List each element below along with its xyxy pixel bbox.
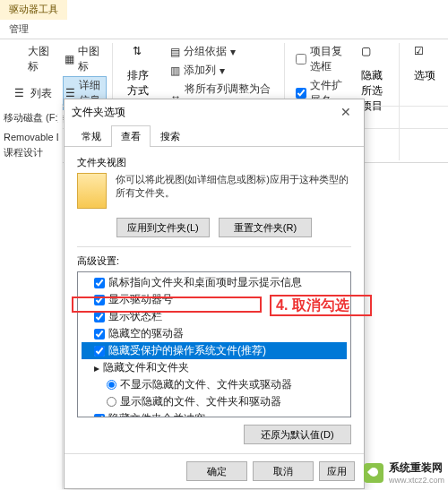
checkbox[interactable]: [296, 54, 306, 64]
checkbox-item-boxes[interactable]: 项目复选框: [294, 43, 346, 75]
advanced-item[interactable]: 隐藏文件夹合并冲突: [82, 410, 347, 417]
advanced-item[interactable]: 隐藏空的驱动器: [82, 325, 347, 342]
advanced-item-label: 隐藏文件和文件夹: [103, 360, 189, 375]
sort-label: 排序方式: [127, 68, 159, 99]
chevron-down-icon: ▾: [220, 64, 225, 77]
nav-item[interactable]: 课程设计: [4, 144, 58, 161]
watermark-logo-icon: [364, 463, 383, 483]
group-icon: ▤: [170, 46, 180, 58]
folder-views-heading: 文件夹视图: [77, 156, 351, 169]
advanced-item-label: 显示驱动器号: [108, 292, 173, 307]
advanced-item-label: 显示隐藏的文件、文件夹和驱动器: [120, 394, 281, 409]
nav-pane: 移动磁盘 (F:) Removable Dis 课程设计: [0, 104, 63, 489]
radio[interactable]: [107, 397, 116, 407]
watermark: 系统重装网 www.xtcz2.com: [364, 460, 444, 485]
close-icon[interactable]: ✕: [335, 103, 357, 121]
watermark-url: www.xtcz2.com: [389, 476, 444, 485]
advanced-item[interactable]: 隐藏受保护的操作系统文件(推荐): [82, 342, 347, 359]
layout-item[interactable]: 大图标: [13, 43, 56, 75]
advanced-item[interactable]: 显示隐藏的文件、文件夹和驱动器: [82, 393, 347, 410]
dialog-tabs: 常规 查看 搜索: [65, 125, 364, 147]
context-tab-drive-tools[interactable]: 驱动器工具: [0, 0, 67, 20]
watermark-brand: 系统重装网: [389, 461, 443, 474]
annotation-text: 4. 取消勾选: [276, 297, 349, 315]
medium-icons-icon: ▦: [65, 53, 75, 65]
reset-folders-button[interactable]: 重置文件夹(R): [219, 218, 312, 237]
restore-defaults-button[interactable]: 还原为默认值(D): [244, 425, 351, 444]
advanced-item-label: 隐藏空的驱动器: [108, 326, 184, 341]
checkbox[interactable]: [296, 88, 306, 99]
nav-item[interactable]: Removable Dis: [4, 130, 58, 144]
advanced-item-label: 鼠标指向文件夹和桌面项时显示提示信息: [108, 275, 302, 290]
layout-label: 列表: [30, 86, 52, 101]
advanced-settings-list[interactable]: 鼠标指向文件夹和桌面项时显示提示信息显示驱动器号显示状态栏隐藏空的驱动器隐藏受保…: [77, 271, 351, 417]
add-columns-item[interactable]: ▥添加列▾: [168, 62, 278, 79]
folder-icon: [77, 173, 107, 209]
checkbox[interactable]: [94, 312, 105, 322]
advanced-item-label: 不显示隐藏的文件、文件夹或驱动器: [120, 377, 292, 392]
ribbon-group-options: ☑ 选项: [403, 43, 446, 85]
advanced-item[interactable]: 不显示隐藏的文件、文件夹或驱动器: [82, 376, 347, 393]
checkbox[interactable]: [94, 329, 105, 340]
options-icon: ☑: [414, 45, 435, 66]
advanced-label: 高级设置:: [77, 254, 351, 268]
apply-button[interactable]: 应用: [319, 461, 355, 481]
advanced-item[interactable]: ▸隐藏文件和文件夹: [82, 359, 347, 376]
group-by-item[interactable]: ▤分组依据▾: [168, 43, 278, 60]
cancel-button[interactable]: 取消: [253, 461, 314, 481]
ok-button[interactable]: 确定: [186, 461, 247, 481]
group-icon: ▸: [94, 362, 99, 374]
tab-general[interactable]: 常规: [72, 125, 111, 147]
columns-icon: ▥: [170, 64, 180, 77]
dialog-title: 文件夹选项: [72, 105, 125, 120]
apply-to-folders-button[interactable]: 应用到文件夹(L): [116, 218, 210, 237]
tab-view[interactable]: 查看: [111, 125, 151, 147]
hide-icon: ▢: [361, 45, 383, 66]
folder-views-desc: 你可以将此视图(如详细信息或图标)应用于这种类型的所有文件夹。: [116, 173, 351, 209]
layout-item[interactable]: ▦中图标: [63, 43, 108, 75]
layout-label: 大图标: [28, 44, 54, 74]
folder-options-dialog: 文件夹选项 ✕ 常规 查看 搜索 文件夹视图 你可以将此视图(如详细信息或图标)…: [64, 99, 365, 489]
checkbox[interactable]: [94, 278, 105, 288]
checkbox[interactable]: [94, 414, 105, 418]
tab-search[interactable]: 搜索: [151, 125, 190, 147]
sort-icon: ⇅: [133, 45, 154, 66]
dialog-footer: 确定 取消 应用: [65, 453, 364, 488]
dialog-titlebar: 文件夹选项 ✕: [65, 99, 364, 125]
checkbox[interactable]: [94, 295, 105, 305]
chevron-down-icon: ▾: [230, 46, 236, 58]
advanced-item-label: 显示状态栏: [108, 309, 162, 324]
list-icon: ☰: [14, 87, 27, 99]
options-button[interactable]: ☑ 选项: [409, 43, 441, 85]
checkbox[interactable]: [94, 346, 105, 357]
details-icon: ☰: [65, 87, 75, 99]
advanced-item[interactable]: 鼠标指向文件夹和桌面项时显示提示信息: [82, 274, 347, 291]
layout-label: 中图标: [78, 44, 105, 74]
nav-item[interactable]: 移动磁盘 (F:): [4, 109, 58, 126]
advanced-item-label: 隐藏受保护的操作系统文件(推荐): [108, 343, 266, 358]
radio[interactable]: [107, 380, 116, 390]
ribbon-tab-manage[interactable]: 管理: [0, 20, 38, 39]
advanced-item-label: 隐藏文件夹合并冲突: [108, 411, 205, 417]
huge-icons-icon: [14, 53, 24, 65]
separator: [77, 246, 351, 247]
